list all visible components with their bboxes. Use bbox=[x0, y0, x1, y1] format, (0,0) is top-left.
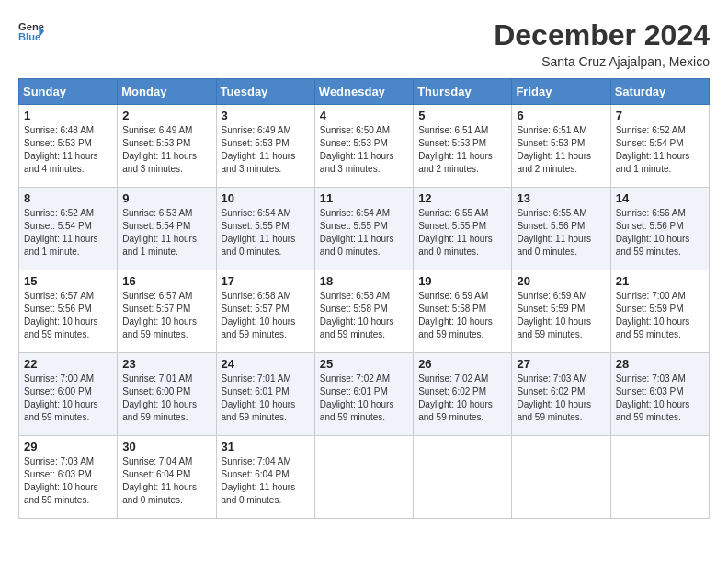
day-info: Sunrise: 6:54 AM Sunset: 5:55 PM Dayligh… bbox=[320, 207, 408, 259]
table-row: 20 Sunrise: 6:59 AM Sunset: 5:59 PM Dayl… bbox=[512, 270, 610, 353]
day-info: Sunrise: 7:00 AM Sunset: 5:59 PM Dayligh… bbox=[616, 290, 704, 341]
table-row: 22 Sunrise: 7:00 AM Sunset: 6:00 PM Dayl… bbox=[19, 353, 118, 436]
calendar-row: 1 Sunrise: 6:48 AM Sunset: 5:53 PM Dayli… bbox=[19, 105, 710, 188]
header-wednesday: Wednesday bbox=[314, 79, 413, 105]
table-row bbox=[610, 436, 709, 519]
table-row: 11 Sunrise: 6:54 AM Sunset: 5:55 PM Dayl… bbox=[314, 188, 413, 270]
day-number: 7 bbox=[616, 109, 704, 122]
header-monday: Monday bbox=[118, 79, 216, 105]
day-number: 30 bbox=[122, 440, 210, 454]
day-info: Sunrise: 6:59 AM Sunset: 5:59 PM Dayligh… bbox=[517, 290, 605, 341]
day-number: 25 bbox=[320, 357, 408, 371]
day-info: Sunrise: 7:01 AM Sunset: 6:00 PM Dayligh… bbox=[122, 373, 210, 424]
day-number: 16 bbox=[122, 274, 210, 288]
calendar-row: 29 Sunrise: 7:03 AM Sunset: 6:03 PM Dayl… bbox=[19, 436, 710, 519]
day-number: 12 bbox=[418, 191, 506, 205]
day-number: 18 bbox=[320, 274, 408, 288]
day-number: 6 bbox=[517, 109, 605, 122]
day-info: Sunrise: 6:51 AM Sunset: 5:53 PM Dayligh… bbox=[517, 124, 605, 176]
table-row: 15 Sunrise: 6:57 AM Sunset: 5:56 PM Dayl… bbox=[19, 270, 118, 353]
day-info: Sunrise: 6:57 AM Sunset: 5:57 PM Dayligh… bbox=[122, 290, 210, 341]
day-number: 10 bbox=[222, 191, 310, 205]
day-number: 8 bbox=[24, 191, 112, 205]
table-row bbox=[414, 436, 512, 519]
table-row: 14 Sunrise: 6:56 AM Sunset: 5:56 PM Dayl… bbox=[610, 188, 709, 270]
calendar-row: 15 Sunrise: 6:57 AM Sunset: 5:56 PM Dayl… bbox=[19, 270, 710, 353]
day-number: 31 bbox=[222, 440, 310, 454]
day-number: 15 bbox=[24, 274, 112, 288]
calendar-title: December 2024 bbox=[494, 18, 710, 52]
day-number: 26 bbox=[418, 357, 506, 371]
day-info: Sunrise: 6:55 AM Sunset: 5:55 PM Dayligh… bbox=[418, 207, 506, 259]
svg-text:Blue: Blue bbox=[18, 31, 40, 42]
day-info: Sunrise: 6:57 AM Sunset: 5:56 PM Dayligh… bbox=[24, 290, 112, 341]
day-number: 4 bbox=[320, 109, 408, 122]
day-info: Sunrise: 7:04 AM Sunset: 6:04 PM Dayligh… bbox=[122, 455, 210, 507]
day-number: 14 bbox=[616, 191, 704, 205]
day-info: Sunrise: 7:03 AM Sunset: 6:03 PM Dayligh… bbox=[616, 373, 704, 424]
header-tuesday: Tuesday bbox=[216, 79, 314, 105]
day-info: Sunrise: 6:56 AM Sunset: 5:56 PM Dayligh… bbox=[616, 207, 704, 259]
day-info: Sunrise: 6:53 AM Sunset: 5:54 PM Dayligh… bbox=[122, 207, 210, 259]
calendar-subtitle: Santa Cruz Ajajalpan, Mexico bbox=[494, 54, 710, 69]
table-row: 10 Sunrise: 6:54 AM Sunset: 5:55 PM Dayl… bbox=[216, 188, 314, 270]
day-info: Sunrise: 7:02 AM Sunset: 6:02 PM Dayligh… bbox=[418, 373, 506, 424]
day-info: Sunrise: 7:00 AM Sunset: 6:00 PM Dayligh… bbox=[24, 373, 112, 424]
day-number: 9 bbox=[122, 191, 210, 205]
day-number: 19 bbox=[418, 274, 506, 288]
table-row: 18 Sunrise: 6:58 AM Sunset: 5:58 PM Dayl… bbox=[314, 270, 413, 353]
table-row bbox=[512, 436, 610, 519]
page-header: General Blue December 2024 Santa Cruz Aj… bbox=[18, 18, 710, 69]
table-row: 4 Sunrise: 6:50 AM Sunset: 5:53 PM Dayli… bbox=[314, 105, 413, 188]
table-row: 17 Sunrise: 6:58 AM Sunset: 5:57 PM Dayl… bbox=[216, 270, 314, 353]
day-number: 1 bbox=[24, 109, 112, 122]
table-row: 2 Sunrise: 6:49 AM Sunset: 5:53 PM Dayli… bbox=[118, 105, 216, 188]
table-row: 9 Sunrise: 6:53 AM Sunset: 5:54 PM Dayli… bbox=[118, 188, 216, 270]
day-number: 2 bbox=[122, 109, 210, 122]
logo-icon: General Blue bbox=[18, 18, 44, 44]
table-row: 31 Sunrise: 7:04 AM Sunset: 6:04 PM Dayl… bbox=[216, 436, 314, 519]
day-info: Sunrise: 7:02 AM Sunset: 6:01 PM Dayligh… bbox=[320, 373, 408, 424]
table-row: 21 Sunrise: 7:00 AM Sunset: 5:59 PM Dayl… bbox=[610, 270, 709, 353]
table-row: 23 Sunrise: 7:01 AM Sunset: 6:00 PM Dayl… bbox=[118, 353, 216, 436]
day-info: Sunrise: 6:49 AM Sunset: 5:53 PM Dayligh… bbox=[222, 124, 310, 176]
table-row: 5 Sunrise: 6:51 AM Sunset: 5:53 PM Dayli… bbox=[414, 105, 512, 188]
day-number: 29 bbox=[24, 440, 112, 454]
header-friday: Friday bbox=[512, 79, 610, 105]
day-number: 21 bbox=[616, 274, 704, 288]
table-row: 12 Sunrise: 6:55 AM Sunset: 5:55 PM Dayl… bbox=[414, 188, 512, 270]
day-info: Sunrise: 7:03 AM Sunset: 6:02 PM Dayligh… bbox=[517, 373, 605, 424]
day-info: Sunrise: 7:01 AM Sunset: 6:01 PM Dayligh… bbox=[222, 373, 310, 424]
calendar-row: 8 Sunrise: 6:52 AM Sunset: 5:54 PM Dayli… bbox=[19, 188, 710, 270]
table-row: 27 Sunrise: 7:03 AM Sunset: 6:02 PM Dayl… bbox=[512, 353, 610, 436]
day-info: Sunrise: 6:52 AM Sunset: 5:54 PM Dayligh… bbox=[616, 124, 704, 176]
table-row: 28 Sunrise: 7:03 AM Sunset: 6:03 PM Dayl… bbox=[610, 353, 709, 436]
table-row: 13 Sunrise: 6:55 AM Sunset: 5:56 PM Dayl… bbox=[512, 188, 610, 270]
day-info: Sunrise: 6:59 AM Sunset: 5:58 PM Dayligh… bbox=[418, 290, 506, 341]
day-number: 27 bbox=[517, 357, 605, 371]
day-info: Sunrise: 6:58 AM Sunset: 5:58 PM Dayligh… bbox=[320, 290, 408, 341]
day-info: Sunrise: 6:58 AM Sunset: 5:57 PM Dayligh… bbox=[222, 290, 310, 341]
day-number: 13 bbox=[517, 191, 605, 205]
day-number: 28 bbox=[616, 357, 704, 371]
header-saturday: Saturday bbox=[610, 79, 709, 105]
day-info: Sunrise: 6:50 AM Sunset: 5:53 PM Dayligh… bbox=[320, 124, 408, 176]
table-row: 25 Sunrise: 7:02 AM Sunset: 6:01 PM Dayl… bbox=[314, 353, 413, 436]
day-info: Sunrise: 6:52 AM Sunset: 5:54 PM Dayligh… bbox=[24, 207, 112, 259]
table-row: 26 Sunrise: 7:02 AM Sunset: 6:02 PM Dayl… bbox=[414, 353, 512, 436]
title-section: December 2024 Santa Cruz Ajajalpan, Mexi… bbox=[494, 18, 710, 69]
calendar-row: 22 Sunrise: 7:00 AM Sunset: 6:00 PM Dayl… bbox=[19, 353, 710, 436]
header-sunday: Sunday bbox=[19, 79, 118, 105]
day-number: 22 bbox=[24, 357, 112, 371]
day-number: 20 bbox=[517, 274, 605, 288]
day-number: 11 bbox=[320, 191, 408, 205]
day-number: 23 bbox=[122, 357, 210, 371]
day-number: 17 bbox=[222, 274, 310, 288]
table-row: 8 Sunrise: 6:52 AM Sunset: 5:54 PM Dayli… bbox=[19, 188, 118, 270]
table-row: 1 Sunrise: 6:48 AM Sunset: 5:53 PM Dayli… bbox=[19, 105, 118, 188]
day-info: Sunrise: 6:48 AM Sunset: 5:53 PM Dayligh… bbox=[24, 124, 112, 176]
table-row: 29 Sunrise: 7:03 AM Sunset: 6:03 PM Dayl… bbox=[19, 436, 118, 519]
table-row: 16 Sunrise: 6:57 AM Sunset: 5:57 PM Dayl… bbox=[118, 270, 216, 353]
calendar-table: Sunday Monday Tuesday Wednesday Thursday… bbox=[18, 78, 710, 519]
table-row: 6 Sunrise: 6:51 AM Sunset: 5:53 PM Dayli… bbox=[512, 105, 610, 188]
